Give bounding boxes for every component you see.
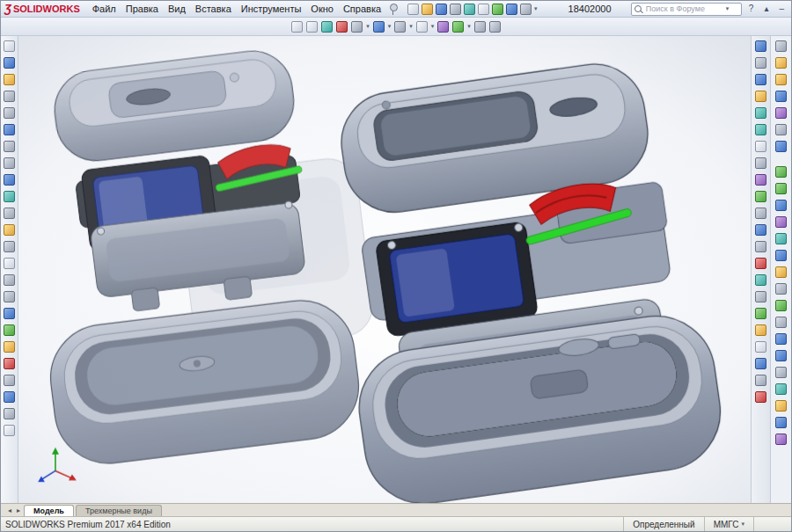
solidworks-forum-icon[interactable] bbox=[775, 141, 787, 152]
sketch-icon[interactable] bbox=[4, 57, 15, 69]
menu-tools[interactable]: Инструменты bbox=[237, 1, 306, 17]
linear-sketch-pattern-icon[interactable] bbox=[4, 391, 15, 403]
extend-entities-icon[interactable] bbox=[4, 375, 15, 386]
annotation-dropdown-icon[interactable]: ▾ bbox=[366, 22, 370, 31]
mirror-entities-icon[interactable] bbox=[4, 308, 15, 319]
reference-plane-icon[interactable] bbox=[775, 434, 787, 445]
assembly-visualization-icon[interactable] bbox=[755, 308, 766, 319]
minimize-button[interactable]: – bbox=[775, 2, 788, 16]
forum-search-box[interactable]: ▾ bbox=[631, 3, 742, 16]
menu-insert[interactable]: Вставка bbox=[191, 1, 236, 17]
scene-dropdown-icon[interactable]: ▾ bbox=[467, 22, 471, 31]
tab-model[interactable]: Модель bbox=[24, 505, 74, 516]
linear-pattern-icon[interactable] bbox=[775, 333, 787, 345]
solidworks-resources-icon[interactable] bbox=[775, 40, 787, 52]
swept-boss-icon[interactable] bbox=[775, 200, 787, 211]
move-component-icon[interactable] bbox=[755, 107, 766, 119]
update-speedpak-icon[interactable] bbox=[755, 375, 766, 386]
view-orientation-icon[interactable] bbox=[373, 21, 385, 33]
apply-scene-icon[interactable] bbox=[452, 21, 464, 33]
assembly-features-icon[interactable] bbox=[755, 157, 766, 169]
menu-file[interactable]: Файл bbox=[88, 1, 121, 17]
tangent-arc-icon[interactable] bbox=[4, 157, 15, 169]
smart-dimension-icon[interactable] bbox=[4, 74, 15, 85]
large-design-review-icon[interactable] bbox=[755, 358, 766, 369]
hide-show-items-icon[interactable] bbox=[416, 21, 428, 33]
extruded-boss-icon[interactable] bbox=[775, 166, 787, 178]
open-icon[interactable] bbox=[422, 4, 433, 15]
previous-view-icon[interactable] bbox=[321, 21, 333, 33]
hide-show-dropdown-icon[interactable]: ▾ bbox=[431, 22, 435, 31]
clearance-verification-icon[interactable] bbox=[755, 274, 766, 286]
select-arrow-icon[interactable] bbox=[478, 4, 489, 15]
polygon-icon[interactable] bbox=[4, 174, 15, 186]
interference-detection-icon[interactable] bbox=[755, 258, 766, 269]
ellipse-icon[interactable] bbox=[4, 208, 15, 219]
rebuild-icon[interactable] bbox=[492, 4, 503, 15]
smart-fasteners-icon[interactable] bbox=[755, 91, 766, 102]
mirror-feature-icon[interactable] bbox=[775, 417, 787, 428]
bill-of-materials-icon[interactable] bbox=[755, 208, 766, 219]
zoom-to-fit-icon[interactable] bbox=[291, 21, 303, 33]
boundary-boss-icon[interactable] bbox=[775, 233, 787, 244]
collapse-toolbar-button[interactable]: ▴ bbox=[760, 2, 772, 16]
file-properties-icon[interactable] bbox=[506, 4, 517, 15]
graphics-area[interactable] bbox=[18, 36, 751, 503]
new-motion-study-icon[interactable] bbox=[755, 191, 766, 202]
move-entities-icon[interactable] bbox=[4, 408, 15, 419]
explode-line-sketch-icon[interactable] bbox=[755, 241, 766, 252]
insert-components-icon[interactable] bbox=[755, 40, 766, 52]
rotate-component-icon[interactable] bbox=[755, 124, 766, 135]
circle-icon[interactable] bbox=[4, 124, 15, 135]
print-icon[interactable] bbox=[450, 4, 461, 15]
pin-menu-icon[interactable] bbox=[390, 4, 398, 11]
convert-entities-icon[interactable] bbox=[4, 324, 15, 336]
new-document-icon[interactable] bbox=[407, 4, 419, 15]
section-view-icon[interactable] bbox=[336, 21, 348, 33]
save-icon[interactable] bbox=[436, 4, 447, 15]
rib-icon[interactable] bbox=[775, 367, 787, 378]
display-style-dropdown-icon[interactable]: ▾ bbox=[409, 22, 413, 31]
menu-edit[interactable]: Правка bbox=[121, 1, 163, 17]
viewport-canvas[interactable] bbox=[18, 36, 751, 503]
options-gear-icon[interactable] bbox=[520, 4, 532, 15]
linear-component-pattern-icon[interactable] bbox=[755, 74, 766, 85]
edit-appearance-icon[interactable] bbox=[437, 21, 449, 33]
zoom-to-area-icon[interactable] bbox=[306, 21, 318, 33]
menu-view[interactable]: Вид bbox=[164, 1, 190, 17]
units-dropdown-icon[interactable]: ▾ bbox=[741, 520, 744, 528]
view-settings-icon[interactable] bbox=[474, 21, 486, 33]
line-icon[interactable] bbox=[4, 91, 15, 102]
search-scope-dropdown-icon[interactable]: ▾ bbox=[726, 4, 730, 13]
collision-detection-icon[interactable] bbox=[755, 391, 766, 403]
camera-icon[interactable] bbox=[489, 21, 501, 33]
lofted-boss-icon[interactable] bbox=[775, 216, 787, 228]
circular-pattern-icon[interactable] bbox=[775, 350, 787, 361]
shell-icon[interactable] bbox=[775, 400, 787, 412]
chamfer-icon[interactable] bbox=[775, 317, 787, 328]
dynamic-annotation-views-icon[interactable] bbox=[351, 21, 363, 33]
text-icon[interactable] bbox=[4, 258, 15, 269]
tab-3d-views[interactable]: Трехмерные виды bbox=[76, 505, 162, 516]
view-palette-icon[interactable] bbox=[775, 91, 787, 102]
point-icon[interactable] bbox=[4, 274, 15, 286]
appearances-scenes-icon[interactable] bbox=[775, 107, 787, 119]
sketch-chamfer-icon[interactable] bbox=[4, 241, 15, 252]
search-input[interactable] bbox=[644, 4, 723, 14]
file-explorer-icon[interactable] bbox=[775, 74, 787, 85]
select-icon[interactable] bbox=[4, 40, 15, 52]
design-library-icon[interactable] bbox=[775, 57, 787, 69]
toolbar-dropdown-icon[interactable]: ▾ bbox=[534, 4, 538, 13]
hole-wizard-icon[interactable] bbox=[775, 266, 787, 278]
extruded-cut-icon[interactable] bbox=[775, 250, 787, 261]
revolved-cut-icon[interactable] bbox=[775, 283, 787, 295]
trim-entities-icon[interactable] bbox=[4, 358, 15, 369]
menu-window[interactable]: Окно bbox=[306, 1, 338, 17]
reference-geometry-icon[interactable] bbox=[755, 174, 766, 186]
display-style-icon[interactable] bbox=[394, 21, 406, 33]
hole-alignment-icon[interactable] bbox=[755, 291, 766, 302]
exploded-view-icon[interactable] bbox=[755, 224, 766, 236]
centerline-icon[interactable] bbox=[4, 291, 15, 302]
display-delete-relations-icon[interactable] bbox=[4, 425, 15, 436]
offset-entities-icon[interactable] bbox=[4, 341, 15, 353]
